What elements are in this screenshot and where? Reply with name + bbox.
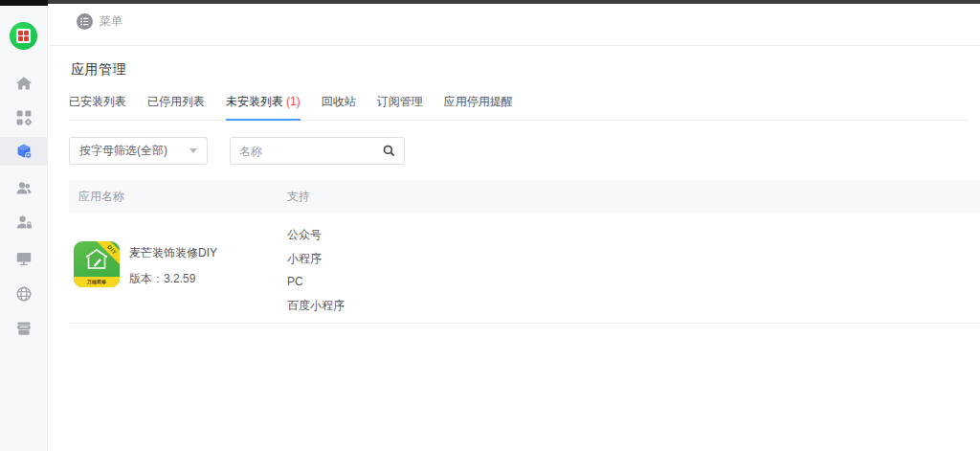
menu-list-icon [77,13,93,30]
search-box [230,137,405,165]
table-row[interactable]: DIY 万能装修 麦芒装饰装修DIY 版本：3.2.59 公众号 小程序 PC … [69,213,980,324]
page-header: 菜单 [49,4,980,46]
globe-icon [14,284,33,304]
sidebar-item-home[interactable] [0,69,48,98]
search-input[interactable] [239,145,383,158]
page-title: 应用管理 [71,61,126,79]
tab-subscription-management[interactable]: 订阅管理 [377,90,423,120]
sidebar-item-users[interactable] [0,173,48,202]
store-icon [14,319,33,338]
app-management-screen: 菜单 应用管理 已安装列表 已停用列表 未安装列表(1) 回收站 订阅管理 应用… [0,0,980,451]
users-icon [14,178,33,197]
sidebar-item-permissions[interactable] [0,208,48,237]
sidebar-item-store[interactable] [0,314,48,343]
brand-logo[interactable] [10,22,37,50]
tab-recycle-bin[interactable]: 回收站 [322,90,356,120]
browser-top-strip-dark [0,0,48,6]
browser-top-strip [0,0,980,4]
sidebar-item-apps[interactable] [0,103,48,132]
search-icon [383,145,395,157]
menu-label: 菜单 [100,13,122,30]
user-permission-icon [14,213,33,232]
letter-filter-value: 按字母筛选(全部) [79,143,189,159]
app-module-cube-icon [14,142,33,161]
home-icon [14,74,33,93]
brand-logo-seal-icon [16,29,31,43]
app-name: 麦芒装饰装修DIY [129,245,217,261]
tab-bar: 已安装列表 已停用列表 未安装列表(1) 回收站 订阅管理 应用停用提醒 [69,90,969,121]
apps-icon [14,108,33,127]
menu-button[interactable]: 菜单 [77,13,122,30]
sidebar-item-applications-active[interactable] [0,137,48,166]
support-item: PC [287,270,980,294]
app-icon-banner: 万能装修 [74,277,120,287]
column-header-app-name: 应用名称 [69,189,287,205]
sidebar-item-desktop[interactable] [0,244,48,273]
house-brush-icon [84,248,109,271]
support-item: 百度小程序 [287,294,980,318]
support-item: 公众号 [287,223,980,247]
monitor-icon [14,249,33,268]
tab-uninstalled-list[interactable]: 未安装列表(1) [226,90,301,121]
tab-app-disable-reminder[interactable]: 应用停用提醒 [444,90,513,120]
table-header: 应用名称 支持 [69,180,980,213]
search-button[interactable] [383,145,395,157]
app-cell: DIY 万能装修 麦芒装饰装修DIY 版本：3.2.59 [69,213,287,323]
app-icon: DIY 万能装修 [74,241,120,287]
letter-filter-select[interactable]: 按字母筛选(全部) [69,137,208,165]
support-item: 小程序 [287,247,980,271]
sidebar [0,0,48,451]
tab-uninstalled-count: (1) [286,95,301,108]
support-cell: 公众号 小程序 PC 百度小程序 [287,213,980,323]
sidebar-item-website[interactable] [0,280,48,308]
tab-uninstalled-label: 未安装列表 [226,95,283,108]
app-version: 版本：3.2.59 [129,271,195,287]
column-header-support: 支持 [287,189,980,205]
tab-disabled-list[interactable]: 已停用列表 [147,90,205,120]
chevron-down-icon [189,148,197,153]
tab-installed-list[interactable]: 已安装列表 [69,90,126,120]
